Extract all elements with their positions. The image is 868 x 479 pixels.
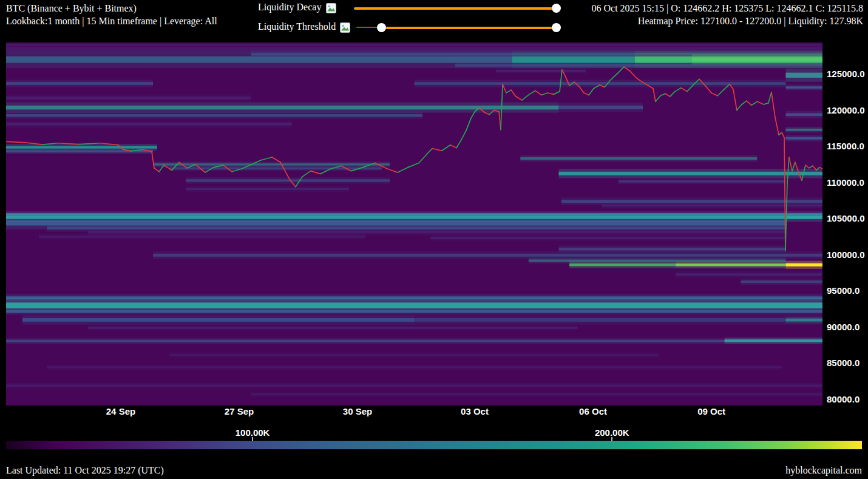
slider-track-fill[interactable] xyxy=(354,7,556,10)
y-axis-label: 90000.0 xyxy=(827,322,860,333)
x-axis-label: 24 Sep xyxy=(106,406,135,416)
broken-image-icon xyxy=(326,3,336,13)
x-axis-label: 30 Sep xyxy=(343,406,372,416)
x-axis-label: 27 Sep xyxy=(225,406,254,416)
broken-image-icon xyxy=(340,22,350,33)
y-axis-label: 100000.0 xyxy=(827,250,865,260)
colorbar-labels: 100.00K200.00K xyxy=(6,427,862,438)
chart-info-right: 06 Oct 2025 15:15 | O: 124662.2 H: 12537… xyxy=(592,2,864,27)
liquidity-decay-label: Liquidity Decay xyxy=(258,2,321,13)
liquidity-decay-slider-handle[interactable] xyxy=(552,4,561,13)
x-axis: 24 Sep27 Sep30 Sep03 Oct06 Oct09 Oct xyxy=(6,406,822,418)
liquidation-heatmap-canvas[interactable] xyxy=(6,42,822,406)
heatmap-hover-readout: Heatmap Price: 127100.0 - 127200.0 | Liq… xyxy=(592,15,864,27)
y-axis-label: 125000.0 xyxy=(827,69,865,80)
liquidity-colorbar xyxy=(6,441,862,449)
liquidity-decay-slider[interactable] xyxy=(354,4,556,13)
y-axis: 125000.0120000.0115000.0110000.0105000.0… xyxy=(827,42,868,406)
x-axis-label: 03 Oct xyxy=(461,406,489,416)
slider-track-fill[interactable] xyxy=(381,27,556,29)
site-credit: hyblockcapital.com xyxy=(785,465,862,476)
colorbar-tick-label: 200.00K xyxy=(595,427,629,438)
liquidity-threshold-slider-handle[interactable] xyxy=(377,23,386,32)
y-axis-label: 95000.0 xyxy=(827,285,860,296)
y-axis-label: 105000.0 xyxy=(827,213,865,224)
chart-info-left: BTC (Binance + Bybit + Bitmex) Lookback:… xyxy=(6,2,217,27)
symbol-title: BTC (Binance + Bybit + Bitmex) xyxy=(6,2,217,15)
last-updated-text: Last Updated: 11 Oct 2025 19:27 (UTC) xyxy=(6,465,164,476)
y-axis-label: 110000.0 xyxy=(827,177,864,188)
x-axis-label: 09 Oct xyxy=(697,406,725,416)
liquidity-threshold-slider[interactable] xyxy=(356,23,556,32)
ohlc-readout: 06 Oct 2025 15:15 | O: 124662.2 H: 12537… xyxy=(592,2,864,15)
liquidity-threshold-label: Liquidity Threshold xyxy=(258,21,336,32)
y-axis-label: 80000.0 xyxy=(827,394,860,405)
lookback-settings: Lookback:1 month | 15 Min timeframe | Le… xyxy=(6,15,217,27)
y-axis-label: 85000.0 xyxy=(827,358,860,369)
liquidity-threshold-slider-handle[interactable] xyxy=(552,23,561,32)
x-axis-label: 06 Oct xyxy=(579,406,607,416)
y-axis-label: 115000.0 xyxy=(827,141,864,152)
y-axis-label: 120000.0 xyxy=(827,105,865,116)
colorbar-tick-label: 100.00K xyxy=(236,427,270,438)
